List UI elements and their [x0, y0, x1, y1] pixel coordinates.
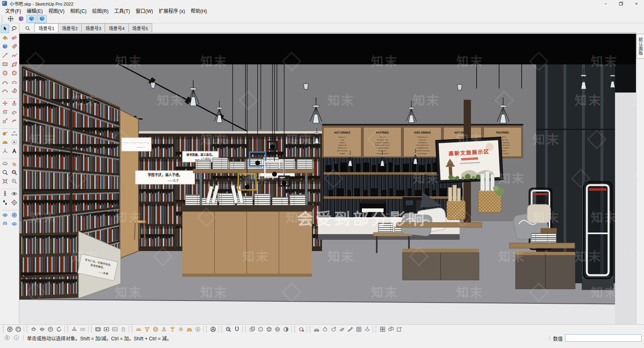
dimension-tool[interactable] [10, 129, 19, 138]
sandbox-button[interactable] [338, 325, 346, 334]
toolbar-grip[interactable] [294, 326, 296, 332]
circle-tool[interactable] [1, 69, 9, 77]
toolbar-grip[interactable] [376, 326, 377, 332]
frame-window-button[interactable] [94, 325, 102, 334]
text-tool[interactable] [10, 138, 19, 146]
menu-item-2[interactable]: 视图(V) [45, 6, 67, 15]
menu-item-5[interactable]: 工具(T) [111, 6, 133, 15]
rotated-rectangle-tool[interactable] [10, 60, 19, 68]
move-tool[interactable] [1, 99, 9, 107]
soften-edges-button[interactable] [346, 325, 355, 334]
component-view-b-button[interactable] [37, 15, 47, 23]
lock-render-button[interactable] [119, 325, 128, 334]
restore-button[interactable] [613, 0, 629, 7]
vray-asset-editor-button[interactable] [14, 325, 23, 334]
close-button[interactable]: × [629, 0, 644, 7]
toolbar-grip[interactable] [310, 326, 311, 332]
two-point-arc-tool[interactable] [10, 78, 19, 86]
navigation-tool-button[interactable] [6, 15, 15, 23]
scene-search-icon[interactable] [23, 25, 31, 32]
scene-tab-1[interactable]: 场景号1 [35, 23, 58, 32]
vray-logo-button[interactable] [6, 325, 14, 334]
component-view-a-button[interactable] [27, 15, 36, 23]
menu-item-7[interactable]: 扩展程序 (x) [156, 6, 188, 15]
minimize-button[interactable]: − [598, 0, 613, 7]
ambient-wheel-button[interactable] [209, 325, 217, 334]
arc-tool[interactable] [1, 78, 9, 86]
material-cube-tool-button[interactable] [16, 15, 26, 23]
orbit-tool[interactable] [1, 159, 9, 168]
toolbar-grip[interactable] [67, 326, 69, 332]
3d-text-tool[interactable] [10, 147, 19, 155]
sphere-light-button[interactable] [151, 325, 160, 334]
iso-view-button[interactable] [321, 325, 329, 334]
menu-item-4[interactable]: 绘图(R) [89, 6, 111, 15]
default-tray-tab[interactable]: 默认面板 [636, 34, 644, 59]
render-button[interactable] [29, 325, 38, 334]
top-view-button[interactable] [329, 325, 338, 334]
rect-light-button[interactable] [143, 325, 151, 334]
sun-light-button[interactable] [194, 325, 202, 334]
follow-me-tool[interactable] [10, 108, 19, 116]
grid-tool-button[interactable] [355, 325, 363, 334]
omni-light-button[interactable] [177, 325, 185, 334]
push-pull-tool[interactable] [10, 99, 19, 107]
section-tool-button[interactable] [363, 325, 372, 334]
toolbar-grip[interactable] [27, 326, 28, 332]
render-interactive-button[interactable] [38, 325, 46, 334]
extension-c-tool[interactable] [1, 220, 9, 228]
material-magnet-button[interactable] [233, 325, 241, 334]
line-tool[interactable] [1, 51, 9, 60]
batch-render-button[interactable] [78, 325, 87, 334]
hidden-line-mode-button[interactable] [265, 325, 273, 334]
scene-tab-5[interactable]: 场景号5 [128, 23, 152, 32]
lasso-tool[interactable] [10, 25, 19, 33]
scene-tab-3[interactable]: 场景号3 [81, 23, 105, 32]
menu-item-6[interactable]: 窗口(W) [133, 6, 156, 15]
extension-b-tool[interactable] [10, 211, 19, 219]
pan-tool[interactable] [10, 159, 19, 168]
menu-item-0[interactable]: 文件(F) [2, 6, 24, 15]
toolbar-grip[interactable] [3, 326, 4, 332]
menu-item-3[interactable]: 相机(C) [67, 6, 89, 15]
toolbar-grip[interactable] [245, 326, 247, 332]
scene-tab-4[interactable]: 场景号4 [105, 23, 128, 32]
mesh-light-button[interactable] [185, 325, 194, 334]
offset-tool[interactable] [10, 117, 19, 125]
toolbar-grip[interactable] [2, 15, 4, 23]
section-plane-tool[interactable] [10, 198, 19, 207]
scale-tool[interactable] [1, 117, 9, 125]
toolbar-grip[interactable] [221, 326, 223, 332]
component-preview-button[interactable] [395, 325, 404, 334]
position-camera-tool[interactable] [1, 189, 9, 198]
geolocation-icon[interactable] [4, 335, 10, 341]
xray-mode-button[interactable] [248, 325, 256, 334]
dome-light-button[interactable] [134, 325, 143, 334]
tape-measure-tool[interactable] [1, 129, 9, 138]
walk-tool[interactable] [1, 198, 9, 207]
extension-a-tool[interactable] [1, 211, 9, 219]
three-point-arc-tool[interactable] [1, 86, 9, 95]
menu-item-8[interactable]: 帮助(H) [188, 6, 210, 15]
zoom-tool[interactable] [1, 168, 9, 177]
render-photo-button[interactable] [111, 325, 119, 334]
tag-tool[interactable] [10, 42, 19, 51]
spot-light-button[interactable] [160, 325, 168, 334]
paint-bucket-tool[interactable] [1, 33, 9, 42]
isolate-box-button[interactable] [297, 325, 305, 334]
info-icon[interactable] [13, 335, 19, 341]
measurements-input[interactable] [565, 334, 642, 342]
shaded-mode-button[interactable] [273, 325, 282, 334]
scene-anim-button[interactable] [312, 325, 321, 334]
render-update-button[interactable] [55, 325, 63, 334]
toolbar-grip[interactable] [206, 326, 208, 332]
zoom-previous-tool[interactable] [10, 177, 19, 185]
toolbar-grip[interactable] [132, 326, 133, 332]
protractor-tool[interactable] [1, 138, 9, 146]
ies-light-button[interactable] [168, 325, 177, 334]
rectangle-tool[interactable] [1, 60, 9, 68]
zoom-window-tool[interactable] [10, 168, 19, 177]
component-replace-button[interactable] [387, 325, 395, 334]
zoom-extents-tool[interactable] [1, 177, 9, 185]
eraser-tool[interactable] [10, 33, 19, 42]
